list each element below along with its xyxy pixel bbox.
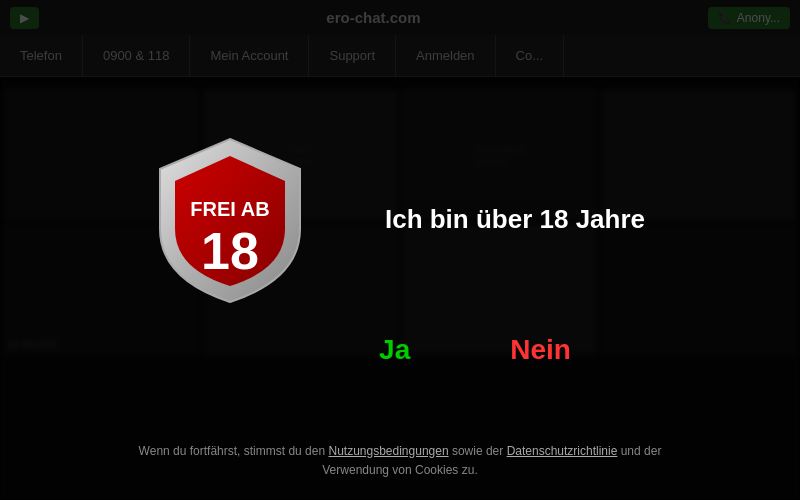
footer-line2: Verwendung von Cookies zu. [322, 463, 477, 477]
dialog-content: FREI AB 18 [155, 134, 645, 366]
age-question-text: Ich bin über 18 Jahre [385, 204, 645, 235]
footer-text-after: und der [617, 444, 661, 458]
footer-text-before-link1: Wenn du fortfährst, stimmst du den [139, 444, 329, 458]
dialog-main-row: FREI AB 18 [155, 134, 645, 304]
svg-text:18: 18 [201, 222, 259, 280]
yes-button[interactable]: Ja [379, 334, 410, 366]
age-buttons-row: Ja Nein [379, 334, 571, 366]
svg-text:FREI AB: FREI AB [190, 198, 269, 220]
nutzungsbedingungen-link[interactable]: Nutzungsbedingungen [328, 444, 448, 458]
footer-legal-text: Wenn du fortfährst, stimmst du den Nutzu… [0, 442, 800, 480]
footer-text-between: sowie der [449, 444, 507, 458]
age-verification-overlay: FREI AB 18 [0, 0, 800, 500]
no-button[interactable]: Nein [510, 334, 571, 366]
datenschutz-link[interactable]: Datenschutzrichtlinie [507, 444, 618, 458]
age-shield-badge: FREI AB 18 [155, 134, 305, 304]
